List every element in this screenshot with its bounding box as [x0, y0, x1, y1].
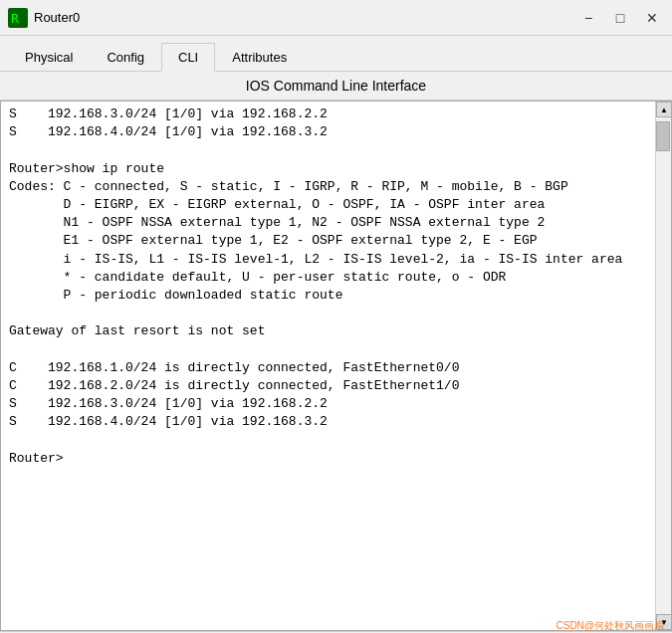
close-button[interactable]: ✕: [640, 6, 664, 30]
maximize-button[interactable]: □: [608, 6, 632, 30]
tab-bar: Physical Config CLI Attributes: [0, 36, 672, 72]
scroll-track: [656, 117, 671, 614]
minimize-button[interactable]: −: [576, 6, 600, 30]
cli-header-label: IOS Command Line Interface: [0, 72, 672, 101]
tab-attributes[interactable]: Attributes: [215, 43, 304, 72]
main-content: IOS Command Line Interface S 192.168.3.0…: [0, 72, 672, 631]
scroll-up-button[interactable]: ▲: [656, 102, 672, 117]
tab-cli[interactable]: CLI: [161, 43, 215, 72]
terminal-output[interactable]: S 192.168.3.0/24 [1/0] via 192.168.2.2 S…: [1, 102, 655, 630]
svg-text:R: R: [11, 11, 19, 26]
title-bar: R Router0 − □ ✕: [0, 0, 672, 36]
terminal-wrapper: S 192.168.3.0/24 [1/0] via 192.168.2.2 S…: [0, 101, 672, 631]
window-controls: − □ ✕: [576, 6, 664, 30]
tab-physical[interactable]: Physical: [8, 43, 90, 72]
app-icon: R: [8, 8, 28, 28]
scrollbar: ▲ ▼: [655, 102, 671, 630]
watermark: CSDN@何处秋风画画扇: [557, 619, 665, 633]
scroll-thumb[interactable]: [656, 121, 670, 151]
tab-config[interactable]: Config: [90, 43, 161, 72]
window-title: Router0: [34, 10, 576, 25]
